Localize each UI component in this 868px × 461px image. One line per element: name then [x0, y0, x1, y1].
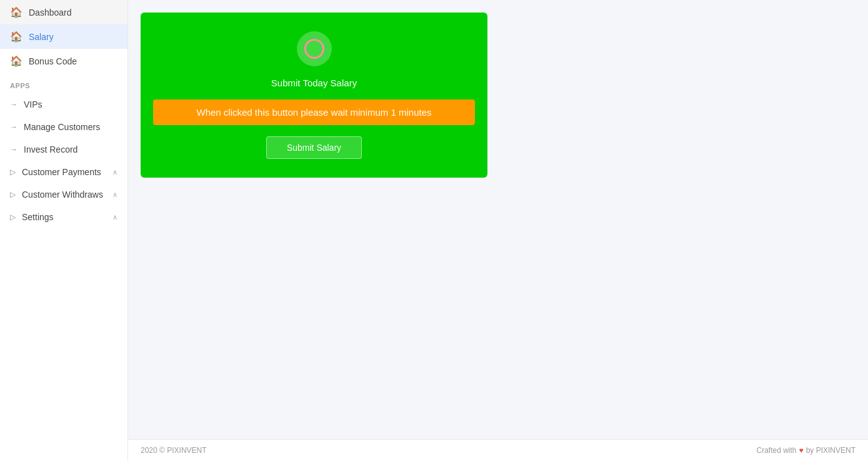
footer-copyright: 2020 © PIXINVENT — [141, 446, 207, 455]
salary-card-title: Submit Today Salary — [271, 78, 357, 88]
footer: 2020 © PIXINVENT Crafted with ♥ by PIXIN… — [128, 439, 868, 461]
submit-salary-button[interactable]: Submit Salary — [266, 136, 362, 159]
sidebar-item-label: Invest Record — [24, 144, 77, 155]
sidebar-item-label: Manage Customers — [24, 122, 100, 132]
arrow-icon: → — [10, 100, 17, 109]
main-content: Submit Today Salary When clicked this bu… — [128, 0, 868, 461]
salary-circle-icon — [304, 39, 324, 59]
sidebar-item-salary[interactable]: 🏠 Salary — [0, 24, 127, 49]
sidebar-item-manage-customers[interactable]: → Manage Customers — [0, 116, 127, 138]
sidebar-item-label: Customer Payments — [22, 167, 101, 177]
sidebar-item-label: Customer Withdraws — [22, 190, 103, 200]
sidebar-item-label: Salary — [29, 32, 54, 42]
chevron-up-icon: ∧ — [112, 191, 117, 199]
salary-warning-message: When clicked this button please wait min… — [153, 99, 475, 125]
sidebar-item-label: Bonus Code — [29, 56, 77, 66]
play-icon: ▷ — [10, 213, 16, 221]
home-icon: 🏠 — [10, 6, 22, 18]
sidebar: 🏠 Dashboard 🏠 Salary 🏠 Bonus Code APPS →… — [0, 0, 128, 461]
sidebar-item-invest-record[interactable]: → Invest Record — [0, 138, 127, 161]
chevron-up-icon: ∧ — [112, 168, 117, 176]
arrow-icon: → — [10, 123, 17, 131]
sidebar-item-customer-payments[interactable]: ▷ Customer Payments ∧ — [0, 161, 127, 183]
sidebar-item-label: VIPs — [24, 99, 42, 109]
salary-card: Submit Today Salary When clicked this bu… — [141, 13, 487, 178]
footer-crafted-suffix: by PIXINVENT — [806, 446, 856, 455]
footer-crafted-prefix: Crafted with — [756, 446, 796, 455]
footer-crafted: Crafted with ♥ by PIXINVENT — [756, 446, 856, 455]
arrow-icon: → — [10, 145, 17, 154]
sidebar-item-bonus-code[interactable]: 🏠 Bonus Code — [0, 49, 127, 73]
apps-section-label: APPS — [0, 73, 127, 93]
heart-icon: ♥ — [799, 446, 804, 455]
bonus-icon: 🏠 — [10, 55, 22, 67]
sidebar-item-vips[interactable]: → VIPs — [0, 93, 127, 116]
play-icon: ▷ — [10, 190, 16, 199]
salary-icon-wrap — [297, 31, 332, 66]
play-icon: ▷ — [10, 168, 16, 176]
sidebar-item-customer-withdraws[interactable]: ▷ Customer Withdraws ∧ — [0, 183, 127, 206]
chevron-up-icon: ∧ — [112, 213, 117, 221]
content-area: Submit Today Salary When clicked this bu… — [128, 0, 868, 439]
salary-icon: 🏠 — [10, 31, 22, 43]
sidebar-item-label: Settings — [22, 212, 54, 222]
sidebar-item-settings[interactable]: ▷ Settings ∧ — [0, 206, 127, 228]
sidebar-item-dashboard[interactable]: 🏠 Dashboard — [0, 0, 127, 24]
sidebar-item-label: Dashboard — [29, 8, 72, 18]
